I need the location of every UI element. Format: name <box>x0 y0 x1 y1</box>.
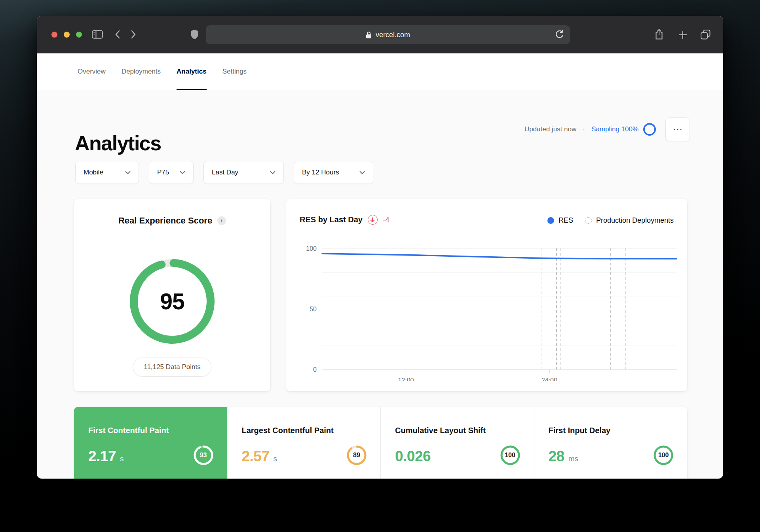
chevron-down-icon <box>180 171 185 174</box>
tab-deployments[interactable]: Deployments <box>122 53 161 90</box>
page-title: Analytics <box>75 131 161 155</box>
metric-value: 28 <box>549 448 564 465</box>
metric-unit: ms <box>568 454 578 463</box>
zoom-window-button[interactable] <box>76 32 82 38</box>
chevron-down-icon <box>359 171 365 174</box>
info-icon[interactable]: i <box>217 216 226 225</box>
svg-text:0: 0 <box>313 366 317 373</box>
percentile-filter-dropdown[interactable]: P75 <box>149 161 194 184</box>
score-badge: 100 <box>499 444 521 466</box>
svg-text:24:00: 24:00 <box>542 377 557 381</box>
chevron-down-icon <box>270 171 276 174</box>
res-line-chart[interactable]: 10050012:0024:00 <box>297 239 677 381</box>
address-bar[interactable]: vercel.com <box>206 25 570 44</box>
res-chart-card: RES by Last Day -4 RES Production Deploy… <box>286 199 687 391</box>
score-badge: 93 <box>192 444 215 466</box>
deployments-dashed-circle-icon <box>585 217 592 224</box>
svg-text:100: 100 <box>306 245 317 252</box>
tab-settings[interactable]: Settings <box>222 53 247 90</box>
sidebar-toggle-icon[interactable] <box>92 30 103 39</box>
chevron-down-icon <box>125 171 131 174</box>
svg-text:50: 50 <box>310 306 317 312</box>
interval-filter-dropdown[interactable]: By 12 Hours <box>294 161 373 184</box>
chart-legend: RES Production Deployments <box>547 216 674 225</box>
tab-overview-icon[interactable] <box>700 29 711 40</box>
trend-down-icon <box>368 215 378 225</box>
legend-res[interactable]: RES <box>547 216 573 225</box>
desktop-background: vercel.com Overview Deployments Analytic… <box>0 0 760 532</box>
chart-title: RES by Last Day <box>300 215 363 224</box>
res-series-dot-icon <box>547 217 554 224</box>
metric-unit: s <box>120 454 124 463</box>
back-icon[interactable] <box>114 30 120 39</box>
real-experience-score-card: Real Experience Score i 95 11,125 Data P… <box>74 199 270 391</box>
tab-analytics[interactable]: Analytics <box>177 53 207 90</box>
privacy-shield-icon[interactable] <box>190 29 199 40</box>
metric-value: 0.026 <box>395 448 431 465</box>
minimize-window-button[interactable] <box>64 32 70 38</box>
device-filter-dropdown[interactable]: Mobile <box>75 161 139 184</box>
browser-window: vercel.com Overview Deployments Analytic… <box>37 16 723 479</box>
browser-toolbar: vercel.com <box>37 16 723 53</box>
res-card-title: Real Experience Score <box>118 216 212 226</box>
sampling-ring-icon[interactable] <box>643 123 656 136</box>
header-meta: Updated just now · Sampling 100% ⋯ <box>524 118 690 141</box>
more-options-button[interactable]: ⋯ <box>665 117 690 141</box>
score-value: 95 <box>129 258 216 345</box>
sampling-link[interactable]: Sampling 100% <box>591 125 638 133</box>
filter-bar: Mobile P75 Last Day By 12 Hours <box>75 161 373 184</box>
score-donut: 95 <box>129 258 216 345</box>
metric-unit: s <box>274 454 277 463</box>
legend-production-deployments[interactable]: Production Deployments <box>585 216 674 225</box>
site-nav: Overview Deployments Analytics Settings <box>37 53 723 90</box>
web-vitals-row: First Contentful Paint 2.17 s 93 Largest… <box>74 407 687 479</box>
score-badge: 100 <box>652 444 674 466</box>
metric-card-fid[interactable]: First Input Delay 28 ms 100 <box>534 407 688 479</box>
score-badge: 89 <box>346 444 368 466</box>
meta-separator: · <box>583 125 585 133</box>
range-filter-dropdown[interactable]: Last Day <box>203 161 284 184</box>
updated-status: Updated just now <box>524 125 576 133</box>
url-text: vercel.com <box>376 31 410 39</box>
refresh-icon[interactable] <box>555 29 564 40</box>
svg-text:12:00: 12:00 <box>398 377 414 381</box>
tab-overview[interactable]: Overview <box>78 53 106 90</box>
lock-icon <box>366 31 372 39</box>
forward-icon[interactable] <box>131 30 137 39</box>
metric-value: 2.17 <box>88 448 116 465</box>
data-points-pill: 11,125 Data Points <box>133 358 211 377</box>
share-icon[interactable] <box>654 28 664 40</box>
new-tab-icon[interactable] <box>678 30 688 40</box>
metric-value: 2.57 <box>242 448 270 465</box>
metric-card-cls[interactable]: Cumulative Layout Shift 0.026 100 <box>380 407 534 479</box>
chart-delta: -4 <box>383 216 390 224</box>
metric-card-fcp[interactable]: First Contentful Paint 2.17 s 93 <box>74 407 227 479</box>
close-window-button[interactable] <box>51 32 57 38</box>
metric-card-lcp[interactable]: Largest Contentful Paint 2.57 s 89 <box>227 407 381 479</box>
